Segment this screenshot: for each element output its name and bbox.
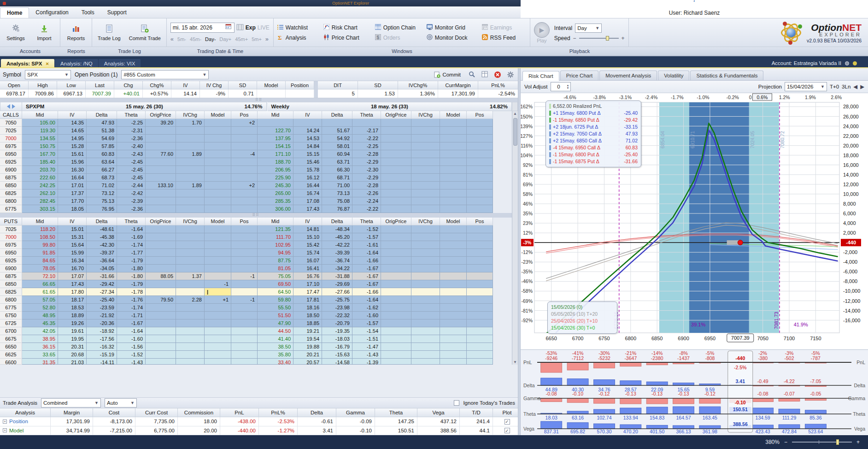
strike-cell[interactable]: 7025 (0, 225, 22, 233)
chain-cell[interactable]: -34.22 (322, 265, 352, 272)
chain-cell[interactable] (440, 225, 467, 233)
chain-cell[interactable]: | (205, 288, 231, 296)
chain-cell[interactable] (231, 225, 258, 233)
chain-cell[interactable]: 20.68 (58, 351, 87, 359)
chain-cell[interactable] (411, 174, 440, 182)
chain-cell[interactable] (231, 319, 258, 327)
chain-cell[interactable] (381, 327, 411, 335)
chain-cell[interactable] (411, 127, 440, 135)
chain-cell[interactable] (146, 359, 176, 365)
chain-cell[interactable]: 61.65 (22, 288, 58, 296)
chain-cell[interactable]: -15.63 (322, 351, 352, 359)
zoom-slider[interactable] (792, 439, 852, 445)
chain-cell[interactable] (293, 119, 322, 127)
chain-cell[interactable] (440, 189, 467, 197)
chain-cell[interactable] (467, 182, 493, 189)
chain-cell[interactable]: -23.59 (87, 304, 117, 312)
chain-cell[interactable]: 306.00 (258, 205, 293, 213)
chain-cell[interactable] (411, 335, 440, 343)
chain-cell[interactable] (205, 142, 231, 150)
chain-cell[interactable]: 94.95 (258, 249, 293, 257)
projection-date-select[interactable]: 15/04/2026▼ (785, 82, 827, 91)
chain-cell[interactable] (176, 158, 205, 166)
strike-cell[interactable]: 6900 (0, 166, 22, 174)
chain-cell[interactable] (411, 265, 440, 272)
chain-cell[interactable]: 18.53 (58, 304, 87, 312)
strike-cell[interactable]: 6775 (0, 304, 22, 312)
chain-cell[interactable]: -1.67 (352, 280, 381, 288)
strike-cell[interactable]: 6900 (0, 265, 22, 272)
strike-cell[interactable]: 6625 (0, 351, 22, 359)
chain-cell[interactable] (411, 359, 440, 365)
chain-cell[interactable] (231, 288, 258, 296)
chain-cell[interactable] (231, 312, 258, 319)
chain-cell[interactable] (146, 127, 176, 135)
chain-cell[interactable]: 63.64 (87, 158, 117, 166)
chain-cell[interactable] (381, 288, 411, 296)
chain-cell[interactable]: -1.64 (117, 225, 146, 233)
chain-cell[interactable] (146, 166, 176, 174)
chain-cell[interactable]: 15.10 (293, 233, 322, 241)
chain-cell[interactable]: -1.43 (117, 359, 146, 365)
chain-cell[interactable]: 17.37 (58, 189, 87, 197)
chain-cell[interactable]: 19.26 (58, 319, 87, 327)
chain-cell[interactable] (205, 158, 231, 166)
expand-icon[interactable]: + (3, 419, 7, 424)
chain-cell[interactable] (467, 135, 493, 142)
chain-cell[interactable]: 81.05 (258, 265, 293, 272)
symbol-select[interactable]: SPX▼ (25, 70, 71, 79)
vol-adjust-spinner[interactable]: 0 ▲▼ (551, 82, 571, 91)
chain-cell[interactable]: 35.80 (258, 351, 293, 359)
chain-cell[interactable]: 33.65 (22, 351, 58, 359)
chain-cell[interactable] (176, 343, 205, 351)
chain-cell[interactable] (381, 296, 411, 304)
chain-cell[interactable]: 48.95 (22, 312, 58, 319)
chain-cell[interactable] (381, 304, 411, 312)
chain-cell[interactable] (205, 127, 231, 135)
chain-cell[interactable] (231, 257, 258, 265)
chain-cell[interactable]: -1.47 (352, 343, 381, 351)
chain-cell[interactable] (440, 335, 467, 343)
chain-cell[interactable]: -18.03 (322, 335, 352, 343)
chain-cell[interactable]: -1.67 (352, 272, 381, 280)
chain-cell[interactable] (146, 205, 176, 213)
chain-cell[interactable] (205, 257, 231, 265)
chain-cell[interactable] (381, 225, 411, 233)
chain-cell[interactable] (440, 150, 467, 158)
chain-cell[interactable]: -2.45 (117, 166, 146, 174)
chain-cell[interactable]: -1.52 (352, 225, 381, 233)
ta-plot-cell[interactable]: ✓ (493, 426, 522, 436)
chain-cell[interactable]: 75.08 (322, 197, 352, 205)
chain-cell[interactable]: 63.71 (322, 158, 352, 166)
chain-cell[interactable]: -31.88 (322, 272, 352, 280)
chain-cell[interactable]: -2.42 (117, 189, 146, 197)
chain-cell[interactable] (467, 304, 493, 312)
chain-cell[interactable]: 19.61 (58, 327, 87, 335)
scroll-down-icon[interactable]: ▼ (513, 360, 517, 365)
chain-cell[interactable] (176, 225, 205, 233)
ta-plot-cell[interactable]: ✓ (493, 417, 522, 426)
chain-cell[interactable]: 242.25 (22, 182, 58, 189)
chain-cell[interactable] (205, 265, 231, 272)
chain-cell[interactable] (205, 327, 231, 335)
chain-cell[interactable] (440, 304, 467, 312)
chain-cell[interactable] (467, 166, 493, 174)
strike-cell[interactable]: 6850 (0, 280, 22, 288)
chain-cell[interactable] (146, 335, 176, 343)
chain-cell[interactable]: -48.61 (87, 225, 117, 233)
chain-cell[interactable]: 167.70 (22, 150, 58, 158)
chain-cell[interactable] (411, 150, 440, 158)
risk-chart[interactable]: 6778.167081.736854.046910.717024.057080.… (521, 93, 868, 349)
strike-cell[interactable]: 6800 (0, 197, 22, 205)
chain-cell[interactable] (467, 158, 493, 166)
chain-cell[interactable]: 16.76 (293, 272, 322, 280)
menu-item-tools[interactable]: Tools (75, 7, 101, 18)
chain-cell[interactable] (146, 343, 176, 351)
chain-cell[interactable] (411, 241, 440, 249)
chain-cell[interactable] (411, 189, 440, 197)
chain-cell[interactable] (411, 166, 440, 174)
chain-cell[interactable] (231, 265, 258, 272)
chain-cell[interactable]: +2 (231, 182, 258, 189)
chain-cell[interactable]: -27.34 (87, 288, 117, 296)
chain-cell[interactable]: -27.66 (322, 288, 352, 296)
